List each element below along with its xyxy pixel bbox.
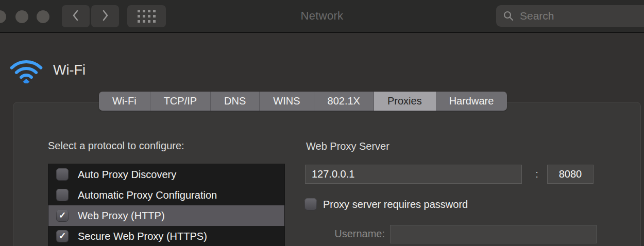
proxy-port-field[interactable]: [547, 165, 594, 184]
username-label: Username:: [306, 228, 385, 240]
username-field[interactable]: [390, 225, 597, 243]
wifi-icon: [9, 54, 43, 85]
protocol-row-automatic-proxy-configuration[interactable]: Automatic Proxy Configuration: [48, 185, 284, 205]
protocol-row-web-proxy-http[interactable]: Web Proxy (HTTP): [48, 205, 284, 226]
proxy-host-field[interactable]: [305, 165, 522, 184]
protocol-row-secure-web-proxy-https[interactable]: Secure Web Proxy (HTTPS): [48, 226, 284, 246]
tab-hardware[interactable]: Hardware: [436, 92, 507, 111]
protocol-list-label: Select a protocol to configure:: [48, 140, 184, 152]
port-separator: :: [533, 165, 541, 184]
search-input[interactable]: [519, 9, 634, 23]
protocol-label: Web Proxy (HTTP): [78, 210, 165, 222]
titlebar: Network: [0, 0, 644, 33]
protocol-label: Automatic Proxy Configuration: [78, 189, 217, 201]
requires-password-checkbox[interactable]: [304, 198, 317, 210]
protocol-row-auto-proxy-discovery[interactable]: Auto Proxy Discovery: [48, 164, 284, 185]
tab-8021x[interactable]: 802.1X: [314, 92, 374, 111]
tab-dns[interactable]: DNS: [211, 92, 260, 111]
connection-name: Wi-Fi: [53, 62, 86, 78]
search-icon: [503, 10, 514, 22]
network-preferences-window: Network Wi-Fi Wi-Fi TCP/IP DNS WINS 802.…: [0, 0, 644, 246]
search-field[interactable]: [496, 5, 644, 27]
requires-password-row: Proxy server requires password: [304, 198, 468, 210]
checkbox[interactable]: [56, 189, 69, 201]
checkbox[interactable]: [56, 209, 69, 222]
protocol-listbox[interactable]: Auto Proxy Discovery Automatic Proxy Con…: [48, 164, 285, 246]
tab-bar: Wi-Fi TCP/IP DNS WINS 802.1X Proxies Har…: [99, 92, 507, 111]
tab-proxies[interactable]: Proxies: [374, 92, 436, 111]
tab-tcpip[interactable]: TCP/IP: [150, 92, 211, 111]
web-proxy-server-label: Web Proxy Server: [306, 140, 389, 152]
tab-wifi[interactable]: Wi-Fi: [99, 92, 150, 111]
requires-password-label: Proxy server requires password: [323, 199, 468, 210]
checkbox[interactable]: [56, 230, 69, 242]
checkbox[interactable]: [56, 168, 69, 181]
protocol-label: Secure Web Proxy (HTTPS): [78, 231, 207, 242]
protocol-label: Auto Proxy Discovery: [78, 169, 176, 181]
tab-wins[interactable]: WINS: [260, 92, 314, 111]
